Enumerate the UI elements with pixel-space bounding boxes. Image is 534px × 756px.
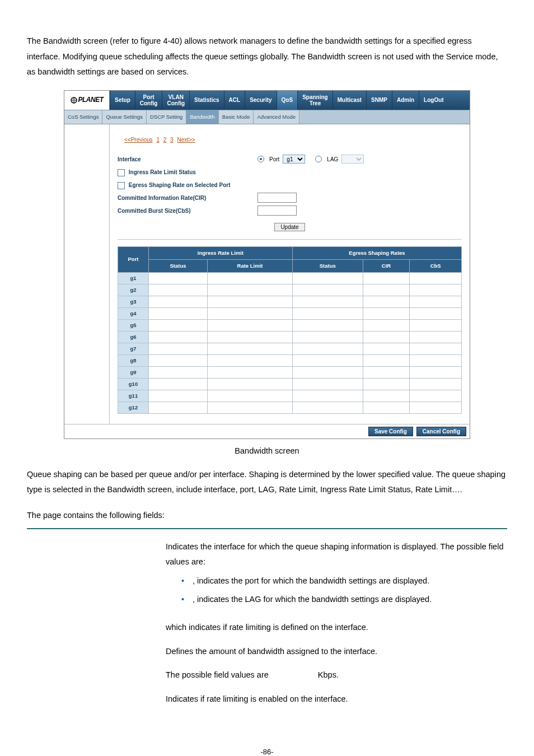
port-select[interactable]: g1 — [283, 155, 305, 164]
data-cell — [208, 367, 293, 379]
port-radio[interactable] — [257, 156, 264, 162]
data-cell — [208, 332, 293, 343]
pager-page-3[interactable]: 3 — [170, 137, 174, 143]
port-cell: g10 — [118, 379, 149, 390]
sub-tab-bandwidth[interactable]: Bandwidth — [186, 110, 218, 124]
row3b-prefix: The possible field values are — [166, 670, 269, 679]
field-row3-name — [27, 640, 162, 687]
port-cell: g9 — [118, 367, 149, 379]
main-tab-port-config[interactable]: PortConfig — [135, 91, 162, 110]
pager: <<Previous 1 2 3 Next>> — [123, 134, 462, 145]
table-row: g9 — [118, 367, 462, 379]
main-tab-statistics[interactable]: Statistics — [189, 91, 223, 110]
save-config-button[interactable]: Save Config — [368, 427, 413, 436]
cir-input[interactable] — [257, 193, 297, 203]
bandwidth-table: Port Ingress Rate Limit Egress Shaping R… — [118, 246, 462, 414]
pager-page-1[interactable]: 1 — [156, 137, 160, 143]
pager-next[interactable]: Next>> — [177, 137, 195, 143]
sub-tab-dscp-setting[interactable]: DSCP Setting — [147, 110, 186, 124]
fields-table: Indicates the interface for which the qu… — [27, 535, 507, 712]
data-cell — [410, 390, 462, 402]
data-cell — [149, 284, 208, 296]
fields-divider — [27, 528, 507, 529]
th-irl-rate: Rate Limit — [208, 259, 293, 272]
interface-label: Interface — [118, 154, 257, 165]
table-row: g10 — [118, 379, 462, 390]
table-row: g5 — [118, 319, 462, 331]
main-tab-logout[interactable]: LogOut — [419, 91, 448, 110]
data-cell — [292, 390, 363, 402]
main-tab-security[interactable]: Security — [245, 91, 276, 110]
pager-page-2[interactable]: 2 — [163, 137, 167, 143]
main-tab-multicast[interactable]: Multicast — [332, 91, 366, 110]
data-cell — [149, 390, 208, 402]
field-row2-desc: which indicates if rate limiting is defi… — [162, 615, 507, 640]
row3a-text: Defines the amount of bandwidth assigned… — [166, 644, 504, 660]
main-tab-qos[interactable]: QoS — [277, 91, 298, 110]
sub-tab-queue-settings[interactable]: Queue Settings — [102, 110, 147, 124]
port-cell: g12 — [118, 402, 149, 414]
main-tab-snmp[interactable]: SNMP — [366, 91, 392, 110]
data-cell — [292, 367, 363, 379]
data-cell — [208, 379, 293, 390]
th-port: Port — [118, 246, 149, 272]
table-row: g11 — [118, 390, 462, 402]
main-tab-setup[interactable]: Setup — [110, 91, 135, 110]
th-ingress: Ingress Rate Limit — [149, 246, 293, 259]
fields-intro: The page contains the following fields: — [27, 508, 507, 524]
sub-tab-advanced-mode[interactable]: Advanced Mode — [254, 110, 299, 124]
main-tab-vlan-config[interactable]: VLANConfig — [162, 91, 189, 110]
data-cell — [149, 296, 208, 307]
update-button[interactable]: Update — [274, 223, 305, 231]
logo: PLANET — [64, 91, 110, 110]
port-cell: g5 — [118, 319, 149, 331]
field-interface-desc: Indicates the interface for which the qu… — [162, 535, 507, 615]
cancel-config-button[interactable]: Cancel Config — [416, 427, 466, 436]
main-panel: <<Previous 1 2 3 Next>> Interface Port g… — [110, 124, 470, 424]
port-cell: g1 — [118, 272, 149, 284]
cbs-label: Committed Burst Size(CbS) — [118, 206, 257, 216]
data-cell — [208, 343, 293, 355]
data-cell — [208, 390, 293, 402]
divider — [118, 239, 462, 240]
th-egress: Egress Shaping Rates — [292, 246, 461, 259]
lag-radio[interactable] — [315, 156, 322, 162]
data-cell — [410, 284, 462, 296]
main-tab-spanning-tree[interactable]: SpanningTree — [297, 91, 332, 110]
page-number: -86- — [27, 745, 507, 756]
sidebar — [64, 124, 110, 424]
data-cell — [149, 379, 208, 390]
egress-shaping-checkbox[interactable] — [118, 182, 125, 189]
field-row4-name — [27, 687, 162, 712]
data-cell — [149, 319, 208, 331]
table-row: g12 — [118, 402, 462, 414]
figure-caption: Bandwidth screen — [27, 444, 507, 459]
data-cell — [363, 390, 410, 402]
ingress-status-checkbox[interactable] — [118, 169, 125, 176]
pager-prev[interactable]: <<Previous — [124, 137, 153, 143]
data-cell — [363, 307, 410, 319]
sub-tab-cos-settings[interactable]: CoS Settings — [64, 110, 102, 124]
data-cell — [410, 296, 462, 307]
main-tab-admin[interactable]: Admin — [392, 91, 419, 110]
main-tab-acl[interactable]: ACL — [224, 91, 245, 110]
row3b-unit: Kbps. — [318, 670, 339, 679]
data-cell — [149, 367, 208, 379]
data-cell — [292, 343, 363, 355]
data-cell — [208, 355, 293, 367]
footer-bar: Save Config Cancel Config — [64, 424, 470, 438]
data-cell — [292, 379, 363, 390]
data-cell — [363, 379, 410, 390]
data-cell — [208, 307, 293, 319]
table-row: g8 — [118, 355, 462, 367]
lag-select[interactable] — [341, 155, 364, 164]
data-cell — [292, 355, 363, 367]
cbs-input[interactable] — [257, 206, 297, 216]
sub-tab-basic-mode[interactable]: Basic Mode — [219, 110, 254, 124]
data-cell — [208, 319, 293, 331]
data-cell — [410, 307, 462, 319]
th-esr-status: Status — [292, 259, 363, 272]
data-cell — [363, 319, 410, 331]
data-cell — [410, 343, 462, 355]
data-cell — [292, 307, 363, 319]
